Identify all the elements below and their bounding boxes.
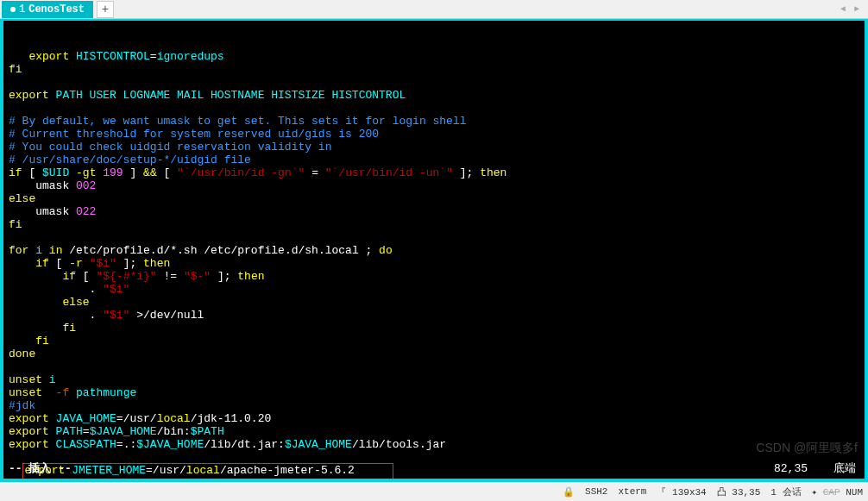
terminal-line: fi [9, 322, 859, 335]
terminal-line: if [ "${-#*i}" != "$-" ]; then [9, 270, 859, 283]
terminal-line [9, 102, 859, 115]
terminal-content: export HISTCONTROL=ignoredupsfiexport PA… [9, 50, 859, 451]
terminal-line: export PATH=$JAVA_HOME/bin:$PATH [9, 425, 859, 438]
status-ssh: SSH2 [585, 486, 607, 497]
tab-title: CenosTest [28, 3, 85, 16]
vim-status-right: 82,35 底端 [774, 462, 856, 475]
status-cursor: 33,35 [732, 487, 760, 498]
terminal-line: # You could check uidgid reservation val… [9, 141, 859, 153]
status-bar: 🔒 SSH2 xterm 『 139x34 凸 33,35 1 会话 ✦ CAP… [0, 482, 868, 501]
cursor [254, 479, 261, 482]
tab-index: 1 [19, 3, 25, 16]
status-num: NUM [846, 487, 863, 498]
terminal-line: # /usr/share/doc/setup-*/uidgid file [9, 153, 859, 166]
terminal-line: umask 022 [9, 205, 859, 218]
terminal-line: else [9, 192, 859, 205]
terminal-line: if [ -r "$i" ]; then [9, 257, 859, 270]
terminal-line: fi [9, 63, 859, 76]
tab-active-dot [10, 7, 16, 12]
terminal-line: done [9, 348, 859, 360]
terminal-line [9, 360, 859, 373]
terminal-line: umask 002 [9, 179, 859, 192]
terminal-line: unset i [9, 373, 859, 386]
terminal-line: else [9, 296, 859, 309]
status-term: xterm [618, 486, 646, 497]
tab-bar: 1 CenosTest + ◄ ► [0, 0, 868, 19]
terminal-line [9, 76, 859, 89]
lock-icon: 🔒 [563, 486, 575, 498]
status-sessions: 1 会话 [771, 485, 801, 498]
terminal-line: for i in /etc/profile.d/*.sh /etc/profil… [9, 244, 859, 257]
terminal-line: # By default, we want umask to get set. … [9, 115, 859, 128]
terminal-line: export CLASSPATH=.:$JAVA_HOME/lib/dt.jar… [9, 438, 859, 451]
tab-cenostest[interactable]: 1 CenosTest [2, 1, 93, 18]
terminal-line: export HISTCONTROL=ignoredups [9, 50, 859, 63]
terminal-line: # Current threshold for system reserved … [9, 128, 859, 141]
terminal-line: if [ $UID -gt 199 ] && [ "`/usr/bin/id -… [9, 166, 859, 179]
vim-mode: -- 插入 -- [9, 462, 72, 475]
terminal-line: export PATH=$JMETER_HOME/bin:$PATH [25, 477, 391, 482]
tab-nav: ◄ ► [837, 3, 866, 16]
terminal-line: export JMETER_HOME=/usr/local/apache-jme… [25, 464, 391, 477]
terminal-line: fi [9, 335, 859, 348]
status-size: 139x34 [672, 487, 707, 498]
terminal-line: unset -f pathmunge [9, 386, 859, 399]
terminal-line: . "$i" [9, 283, 859, 296]
terminal-line: . "$i" >/dev/null [9, 309, 859, 322]
terminal[interactable]: export HISTCONTROL=ignoredupsfiexport PA… [0, 19, 868, 482]
vim-position: 82,35 [774, 462, 808, 475]
nav-next-icon[interactable]: ► [851, 3, 863, 16]
status-caps: CAP [823, 487, 840, 498]
vim-scroll: 底端 [833, 462, 856, 475]
terminal-line: fi [9, 218, 859, 231]
highlighted-lines: export JMETER_HOME=/usr/local/apache-jme… [22, 463, 393, 482]
new-tab-button[interactable]: + [97, 1, 114, 18]
terminal-line: export PATH USER LOGNAME MAIL HOSTNAME H… [9, 89, 859, 102]
terminal-line: #jdk [9, 399, 859, 412]
terminal-line: export JAVA_HOME=/usr/local/jdk-11.0.20 [9, 412, 859, 425]
terminal-line [9, 231, 859, 244]
nav-prev-icon[interactable]: ◄ [837, 3, 849, 16]
